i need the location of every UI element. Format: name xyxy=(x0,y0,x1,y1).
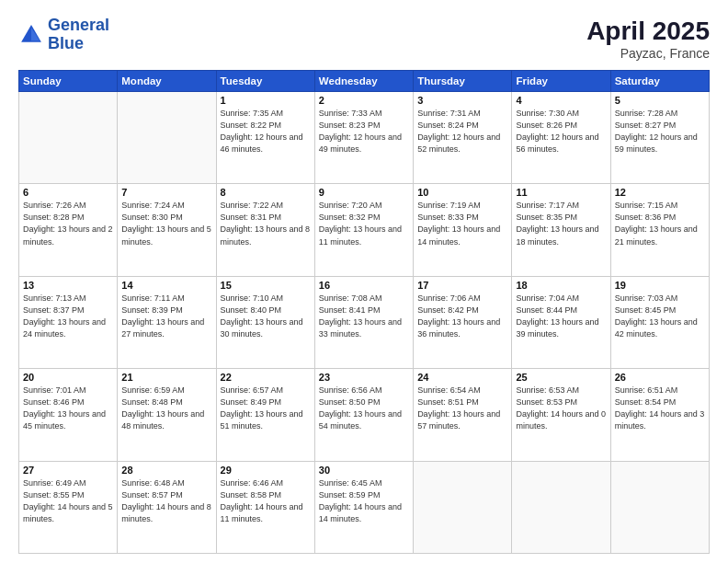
calendar-cell: 8Sunrise: 7:22 AMSunset: 8:31 PMDaylight… xyxy=(216,184,314,276)
day-number: 9 xyxy=(319,187,409,198)
title-block: April 2025 Payzac, France xyxy=(586,17,710,61)
day-number: 20 xyxy=(23,372,113,383)
calendar-week-row: 27Sunrise: 6:49 AMSunset: 8:55 PMDayligh… xyxy=(19,461,710,553)
calendar-cell: 13Sunrise: 7:13 AMSunset: 8:37 PMDayligh… xyxy=(19,276,118,368)
day-detail: Sunrise: 6:56 AMSunset: 8:50 PMDaylight:… xyxy=(319,385,409,432)
day-number: 27 xyxy=(23,465,113,476)
calendar-cell: 25Sunrise: 6:53 AMSunset: 8:53 PMDayligh… xyxy=(512,369,610,461)
day-number: 12 xyxy=(615,187,705,198)
calendar-cell: 9Sunrise: 7:20 AMSunset: 8:32 PMDaylight… xyxy=(314,184,413,276)
day-number: 21 xyxy=(121,372,211,383)
day-number: 23 xyxy=(319,372,409,383)
day-detail: Sunrise: 7:08 AMSunset: 8:41 PMDaylight:… xyxy=(319,293,409,340)
calendar-cell: 16Sunrise: 7:08 AMSunset: 8:41 PMDayligh… xyxy=(314,276,413,368)
calendar-cell: 15Sunrise: 7:10 AMSunset: 8:40 PMDayligh… xyxy=(216,276,314,368)
calendar-cell xyxy=(512,461,610,553)
day-number: 6 xyxy=(23,187,113,198)
day-detail: Sunrise: 6:54 AMSunset: 8:51 PMDaylight:… xyxy=(417,385,507,432)
month-title: April 2025 xyxy=(586,17,710,46)
day-number: 26 xyxy=(615,372,705,383)
day-detail: Sunrise: 7:04 AMSunset: 8:44 PMDaylight:… xyxy=(516,293,606,340)
day-number: 8 xyxy=(221,187,311,198)
day-detail: Sunrise: 7:11 AMSunset: 8:39 PMDaylight:… xyxy=(121,293,211,340)
day-detail: Sunrise: 7:33 AMSunset: 8:23 PMDaylight:… xyxy=(319,108,409,155)
location: Payzac, France xyxy=(586,46,710,61)
day-detail: Sunrise: 7:30 AMSunset: 8:26 PMDaylight:… xyxy=(516,108,606,155)
day-number: 10 xyxy=(417,187,507,198)
weekday-header: Sunday xyxy=(19,71,118,92)
calendar-cell xyxy=(610,461,709,553)
day-number: 1 xyxy=(221,95,311,106)
day-detail: Sunrise: 6:46 AMSunset: 8:58 PMDaylight:… xyxy=(221,477,311,525)
page: General Blue April 2025 Payzac, France S… xyxy=(0,0,728,563)
day-detail: Sunrise: 7:24 AMSunset: 8:30 PMDaylight:… xyxy=(121,200,211,247)
weekday-header: Friday xyxy=(512,71,610,92)
calendar-cell: 23Sunrise: 6:56 AMSunset: 8:50 PMDayligh… xyxy=(314,369,413,461)
calendar-week-row: 6Sunrise: 7:26 AMSunset: 8:28 PMDaylight… xyxy=(19,184,710,276)
day-detail: Sunrise: 7:20 AMSunset: 8:32 PMDaylight:… xyxy=(319,200,409,247)
day-detail: Sunrise: 7:17 AMSunset: 8:35 PMDaylight:… xyxy=(516,200,606,247)
calendar-cell: 2Sunrise: 7:33 AMSunset: 8:23 PMDaylight… xyxy=(314,92,413,184)
day-detail: Sunrise: 6:45 AMSunset: 8:59 PMDaylight:… xyxy=(319,477,409,525)
calendar-cell: 27Sunrise: 6:49 AMSunset: 8:55 PMDayligh… xyxy=(19,461,118,553)
day-detail: Sunrise: 6:59 AMSunset: 8:48 PMDaylight:… xyxy=(121,385,211,432)
calendar-cell: 18Sunrise: 7:04 AMSunset: 8:44 PMDayligh… xyxy=(512,276,610,368)
day-detail: Sunrise: 7:35 AMSunset: 8:22 PMDaylight:… xyxy=(221,108,311,155)
calendar-week-row: 1Sunrise: 7:35 AMSunset: 8:22 PMDaylight… xyxy=(19,92,710,184)
calendar-cell: 22Sunrise: 6:57 AMSunset: 8:49 PMDayligh… xyxy=(216,369,314,461)
day-number: 30 xyxy=(319,465,409,476)
calendar-table: SundayMondayTuesdayWednesdayThursdayFrid… xyxy=(18,70,710,554)
calendar-cell: 14Sunrise: 7:11 AMSunset: 8:39 PMDayligh… xyxy=(118,276,216,368)
day-detail: Sunrise: 7:06 AMSunset: 8:42 PMDaylight:… xyxy=(417,293,507,340)
weekday-header: Thursday xyxy=(414,71,512,92)
day-number: 29 xyxy=(221,465,311,476)
day-number: 22 xyxy=(221,372,311,383)
day-number: 17 xyxy=(417,280,507,291)
day-number: 13 xyxy=(23,280,113,291)
logo-text: General Blue xyxy=(48,17,109,53)
calendar-cell: 29Sunrise: 6:46 AMSunset: 8:58 PMDayligh… xyxy=(216,461,314,553)
logo-line2: Blue xyxy=(48,34,84,52)
calendar-cell: 20Sunrise: 7:01 AMSunset: 8:46 PMDayligh… xyxy=(19,369,118,461)
calendar-cell: 6Sunrise: 7:26 AMSunset: 8:28 PMDaylight… xyxy=(19,184,118,276)
calendar-cell: 3Sunrise: 7:31 AMSunset: 8:24 PMDaylight… xyxy=(414,92,512,184)
calendar-cell: 11Sunrise: 7:17 AMSunset: 8:35 PMDayligh… xyxy=(512,184,610,276)
day-number: 3 xyxy=(417,95,507,106)
day-detail: Sunrise: 7:26 AMSunset: 8:28 PMDaylight:… xyxy=(23,200,113,247)
day-number: 28 xyxy=(121,465,211,476)
logo: General Blue xyxy=(18,17,109,53)
day-number: 19 xyxy=(615,280,705,291)
calendar-cell xyxy=(118,92,216,184)
calendar-cell: 5Sunrise: 7:28 AMSunset: 8:27 PMDaylight… xyxy=(610,92,709,184)
day-detail: Sunrise: 7:01 AMSunset: 8:46 PMDaylight:… xyxy=(23,385,113,432)
day-number: 25 xyxy=(516,372,606,383)
day-number: 7 xyxy=(121,187,211,198)
weekday-header-row: SundayMondayTuesdayWednesdayThursdayFrid… xyxy=(19,71,710,92)
calendar-week-row: 20Sunrise: 7:01 AMSunset: 8:46 PMDayligh… xyxy=(19,369,710,461)
calendar-cell: 24Sunrise: 6:54 AMSunset: 8:51 PMDayligh… xyxy=(414,369,512,461)
calendar-cell: 21Sunrise: 6:59 AMSunset: 8:48 PMDayligh… xyxy=(118,369,216,461)
day-detail: Sunrise: 7:31 AMSunset: 8:24 PMDaylight:… xyxy=(417,108,507,155)
calendar-cell xyxy=(19,92,118,184)
day-detail: Sunrise: 7:10 AMSunset: 8:40 PMDaylight:… xyxy=(221,293,311,340)
day-number: 11 xyxy=(516,187,606,198)
day-detail: Sunrise: 6:53 AMSunset: 8:53 PMDaylight:… xyxy=(516,385,606,432)
weekday-header: Saturday xyxy=(610,71,709,92)
calendar-cell: 19Sunrise: 7:03 AMSunset: 8:45 PMDayligh… xyxy=(610,276,709,368)
day-number: 2 xyxy=(319,95,409,106)
calendar-cell xyxy=(414,461,512,553)
day-number: 14 xyxy=(121,280,211,291)
day-number: 15 xyxy=(221,280,311,291)
header: General Blue April 2025 Payzac, France xyxy=(18,17,710,61)
day-number: 5 xyxy=(615,95,705,106)
calendar-cell: 28Sunrise: 6:48 AMSunset: 8:57 PMDayligh… xyxy=(118,461,216,553)
calendar-cell: 26Sunrise: 6:51 AMSunset: 8:54 PMDayligh… xyxy=(610,369,709,461)
day-detail: Sunrise: 7:03 AMSunset: 8:45 PMDaylight:… xyxy=(615,293,705,340)
day-detail: Sunrise: 6:51 AMSunset: 8:54 PMDaylight:… xyxy=(615,385,705,432)
calendar-cell: 4Sunrise: 7:30 AMSunset: 8:26 PMDaylight… xyxy=(512,92,610,184)
day-detail: Sunrise: 7:15 AMSunset: 8:36 PMDaylight:… xyxy=(615,200,705,247)
day-detail: Sunrise: 6:57 AMSunset: 8:49 PMDaylight:… xyxy=(221,385,311,432)
weekday-header: Tuesday xyxy=(216,71,314,92)
calendar-cell: 10Sunrise: 7:19 AMSunset: 8:33 PMDayligh… xyxy=(414,184,512,276)
weekday-header: Wednesday xyxy=(314,71,413,92)
